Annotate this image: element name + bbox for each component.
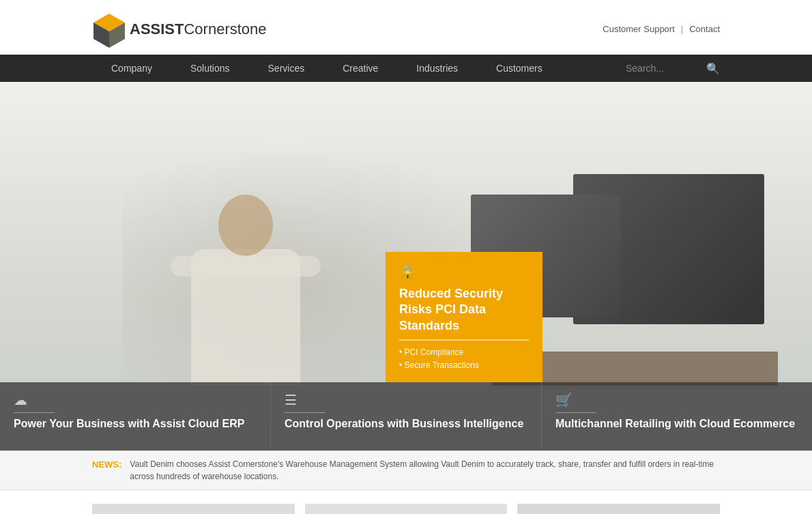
thumbnail-row: [0, 490, 812, 514]
thumb-card-3[interactable]: [517, 504, 720, 514]
thumb-card-1[interactable]: [92, 504, 295, 514]
nav-item-creative[interactable]: Creative: [323, 55, 397, 82]
card-separator-1: [14, 412, 55, 413]
card-separator-3: [555, 412, 596, 413]
bottom-card-ecommerce[interactable]: 🛒 Multichannel Retailing with Cloud Ecom…: [542, 382, 812, 451]
contact-link[interactable]: Contact: [689, 24, 720, 34]
hero-banner: 🔒 Reduced Security Risks PCI Data Standa…: [0, 82, 812, 451]
header-links: Customer Support | Contact: [603, 24, 720, 34]
card-separator-2: [285, 412, 325, 413]
card-title-erp: Power Your Business with Assist Cloud ER…: [14, 417, 257, 431]
nav-item-industries[interactable]: Industries: [397, 55, 477, 82]
news-text: Vault Denim chooses Assist Cornerstone's…: [130, 458, 720, 483]
header-separator: |: [681, 24, 683, 34]
news-bar: NEWS: Vault Denim chooses Assist Corners…: [0, 451, 812, 490]
news-label: NEWS:: [92, 459, 121, 470]
nav-item-customers[interactable]: Customers: [477, 55, 562, 82]
hero-bottom-cards: ☁ Power Your Business with Assist Cloud …: [0, 382, 812, 451]
logo-area[interactable]: ASSISTCornerstone: [92, 10, 267, 48]
bottom-card-bi[interactable]: ☰ Control Operations with Business Intel…: [271, 382, 542, 451]
search-input[interactable]: [626, 63, 701, 74]
nav-item-solutions[interactable]: Solutions: [171, 55, 249, 82]
card-title-ecommerce: Multichannel Retailing with Cloud Ecomme…: [555, 417, 798, 431]
list-icon: ☰: [285, 392, 527, 408]
card-title-bi: Control Operations with Business Intelli…: [285, 417, 527, 431]
popup-item-1: PCI Compliance: [399, 347, 529, 357]
cloud-icon: ☁: [14, 392, 257, 408]
search-icon[interactable]: 🔍: [706, 62, 720, 75]
popup-item-2: Secure Transactions: [399, 360, 529, 370]
lock-icon: 🔒: [399, 264, 529, 281]
nav-items: Company Solutions Services Creative Indu…: [92, 55, 626, 82]
logo-text: ASSISTCornerstone: [130, 20, 267, 38]
customer-support-link[interactable]: Customer Support: [603, 24, 675, 34]
logo-icon: [92, 10, 126, 48]
nav-search-area: 🔍: [626, 62, 720, 75]
popup-title: Reduced Security Risks PCI Data Standard…: [399, 286, 529, 341]
page-header: ASSISTCornerstone Customer Support | Con…: [0, 0, 812, 55]
popup-security-card: 🔒 Reduced Security Risks PCI Data Standa…: [386, 252, 542, 382]
main-nav: Company Solutions Services Creative Indu…: [0, 55, 812, 82]
cart-icon: 🛒: [555, 392, 798, 408]
nav-item-services[interactable]: Services: [249, 55, 324, 82]
nav-item-company[interactable]: Company: [92, 55, 171, 82]
thumb-card-2[interactable]: [305, 504, 508, 514]
bottom-card-erp[interactable]: ☁ Power Your Business with Assist Cloud …: [0, 382, 271, 451]
